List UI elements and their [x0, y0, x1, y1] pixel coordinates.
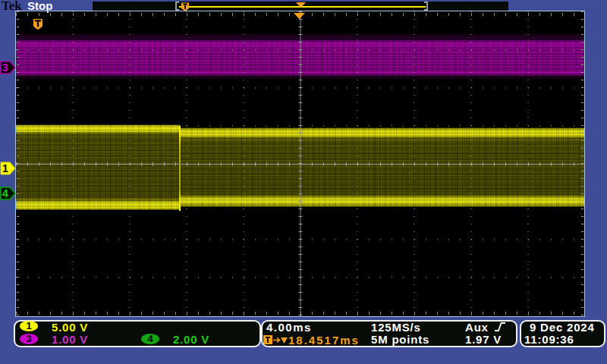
svg-text:3: 3: [2, 61, 8, 74]
svg-text:4: 4: [2, 187, 8, 199]
svg-text:1: 1: [2, 162, 8, 174]
